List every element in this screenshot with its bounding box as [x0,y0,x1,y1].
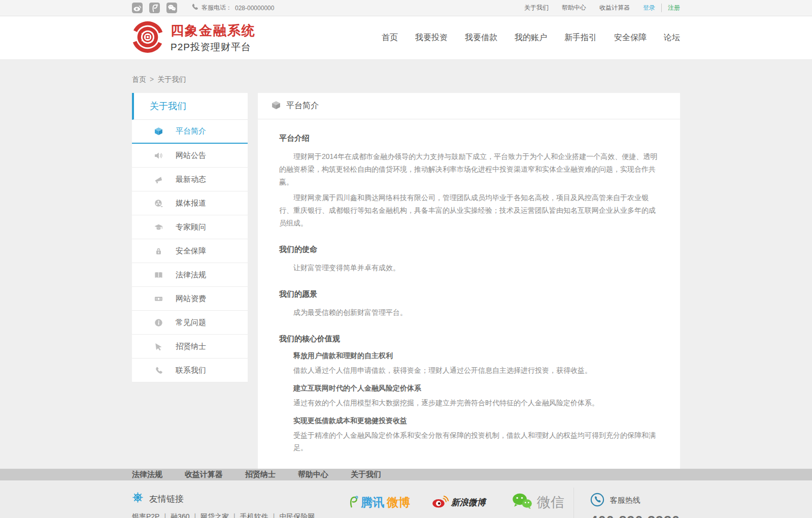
friend-links-section: 友情链接 银率P2P融360网贷之家手机软件中民保险网 外汇论坛前瞻财经网贷天眼… [132,488,344,518]
footer-link-bar: 法律法规 收益计算器 招贤纳士 帮助中心 关于我们 [0,469,812,480]
film-reel-icon [154,199,163,208]
hotline-number: 400 890 3980 [590,513,680,518]
speaker-icon [154,151,163,160]
phone-circle-icon [590,493,604,508]
sidebar-item-faq[interactable]: 常见问题 [132,311,248,335]
sidebar-item-expert-advisors[interactable]: 专家顾问 [132,215,248,239]
content-panel: 平台简介 平台介绍 理财网于2014年在成都市金融办领导的大力支持与鼓励下成立，… [258,93,680,469]
wechat-logo[interactable]: 微信 [512,491,564,514]
book-icon [154,271,163,279]
breadcrumb: 首页>关于我们 [132,75,680,84]
section-heading-mission: 我们的使命 [279,245,659,254]
nav-item-account[interactable]: 我的账户 [515,33,547,43]
nav-item-forum[interactable]: 论坛 [664,33,680,43]
fbar-link-help[interactable]: 帮助中心 [298,470,328,479]
breadcrumb-separator: > [150,75,154,83]
vision-text: 成为最受信赖的创新财富管理平台。 [279,306,659,319]
nav-item-security[interactable]: 安全保障 [614,33,647,43]
friend-links-title: 友情链接 [149,493,184,505]
lock-icon [154,247,163,255]
social-wechat: 微信 QQ交谈 [502,491,573,518]
info-icon [154,318,163,327]
helm-icon [132,492,144,506]
main-nav: 首页 我要投资 我要借款 我的账户 新手指引 安全保障 论坛 [382,33,680,43]
topbar-link-help[interactable]: 帮助中心 [562,4,586,12]
fbar-link-calculator[interactable]: 收益计算器 [185,470,223,479]
fbar-link-careers[interactable]: 招贤纳士 [245,470,276,479]
fbar-link-about[interactable]: 关于我们 [351,470,381,479]
hotline-section: 客服热线 400 890 3980 工作时间：8:00~12:00 [573,488,680,518]
topbar-link-calculator[interactable]: 收益计算器 [599,4,630,12]
mission-text: 让财富管理变得简单并卓有成效。 [279,262,659,274]
phone-icon [191,3,198,13]
panel-header: 平台简介 [258,93,680,119]
banknote-icon [154,295,163,303]
megaphone-icon [154,175,163,184]
social-sina-weibo: 新浪微博 QQ交谈 [423,491,494,518]
section-heading-vision: 我们的愿景 [279,289,659,299]
value-block: 释放用户借款和理财的自主权利 借款人通过个人信用申请借款，获得资金；理财人通过公… [293,351,659,376]
brand[interactable]: 四象金融系统 P2P投资理财平台 [132,21,256,55]
brand-logo-icon [132,21,163,55]
fbar-link-laws[interactable]: 法律法规 [132,470,162,479]
page-body: 首页>关于我们 关于我们 平台简介 网站公告 最新动态 [0,60,812,469]
service-phone-label: 客服电话： [201,4,232,12]
brand-subtitle: P2P投资理财平台 [171,41,256,54]
cursor-icon [154,342,163,351]
sidebar-item-platform-intro[interactable]: 平台简介 [132,120,248,144]
social-section: 腾讯微博 QQ交谈 新浪微博 [344,491,573,518]
nav-item-invest[interactable]: 我要投资 [415,33,448,43]
friend-link[interactable]: 中民保险网 [279,512,315,518]
section-heading-values: 我们的核心价值观 [279,334,659,344]
wechat-icon [512,493,532,512]
sina-weibo-icon [432,494,449,510]
intro-paragraph-1: 理财网于2014年在成都市金融办领导的大力支持与鼓励下成立，平台致力于为个人和企… [279,150,659,188]
sidebar-item-announcements[interactable]: 网站公告 [132,144,248,168]
topbar-link-about[interactable]: 关于我们 [524,4,549,12]
friend-link[interactable]: 网贷之家 [200,512,240,518]
value-block: 建立互联网时代的个人金融风险定价体系 通过有效的个人信用模型和大数据挖掘，逐步建… [293,384,659,409]
header: 四象金融系统 P2P投资理财平台 首页 我要投资 我要借款 我的账户 新手指引 … [0,16,812,60]
panel-title: 平台简介 [286,101,319,111]
tencent-weibo-logo[interactable]: 腾讯微博 [349,491,410,514]
breadcrumb-home[interactable]: 首页 [132,75,146,83]
sidebar-item-latest-news[interactable]: 最新动态 [132,168,248,191]
sidebar-item-contact[interactable]: 联系我们 [132,359,248,382]
login-link[interactable]: 登录 [643,4,655,12]
friend-links-row-1: 银率P2P融360网贷之家手机软件中民保险网 [132,512,344,518]
graduation-cap-icon [154,223,163,232]
wechat-icon[interactable] [166,3,177,13]
brand-title: 四象金融系统 [171,22,256,40]
register-link[interactable]: 注册 [661,4,680,12]
panel-body: 平台介绍 理财网于2014年在成都市金融办领导的大力支持与鼓励下成立，平台致力于… [258,119,680,469]
sidebar-item-careers[interactable]: 招贤纳士 [132,335,248,359]
tencent-weibo-icon[interactable] [149,3,160,13]
friend-link[interactable]: 银率P2P [132,512,171,518]
sidebar-item-laws[interactable]: 法律法规 [132,263,248,287]
nav-item-home[interactable]: 首页 [382,33,398,43]
sidebar: 关于我们 平台简介 网站公告 最新动态 媒体报道 [132,93,248,382]
sidebar-title: 关于我们 [132,93,248,120]
tencent-weibo-icon [349,495,358,510]
section-heading-intro: 平台介绍 [279,134,659,143]
friend-link[interactable]: 手机软件 [240,512,280,518]
footer: 友情链接 银率P2P融360网贷之家手机软件中民保险网 外汇论坛前瞻财经网贷天眼… [0,480,812,518]
sidebar-item-media-reports[interactable]: 媒体报道 [132,191,248,215]
breadcrumb-current: 关于我们 [157,75,186,83]
intro-paragraph-2: 理财网隶属于四川鑫和腾达网络科技有限公司，管理团队成员均毕业于各知名高校，项目及… [279,191,659,230]
social-tencent-weibo: 腾讯微博 QQ交谈 [344,491,415,518]
topbar: 客服电话： 028-00000000 关于我们 帮助中心 收益计算器 登录 注册 [0,0,812,16]
sidebar-item-fees[interactable]: 网站资费 [132,287,248,311]
cube-icon [154,127,163,136]
nav-item-borrow[interactable]: 我要借款 [465,33,497,43]
hotline-title: 客服热线 [610,496,640,505]
phone-icon [154,366,163,375]
sidebar-item-security[interactable]: 安全保障 [132,239,248,263]
cube-icon [272,101,281,112]
service-phone-number: 028-00000000 [235,5,274,12]
value-block: 实现更低借款成本和更稳健投资收益 受益于精准的个人金融风险定价体系和安全分散有保… [293,416,659,454]
weibo-icon[interactable] [132,3,143,13]
friend-link[interactable]: 融360 [171,512,200,518]
nav-item-guide[interactable]: 新手指引 [564,33,597,43]
sina-weibo-logo[interactable]: 新浪微博 [432,491,486,514]
